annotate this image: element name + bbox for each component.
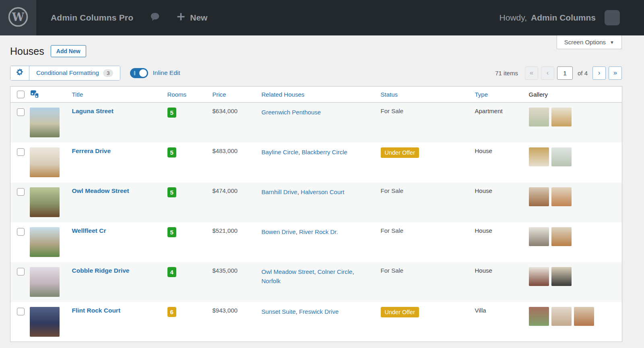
column-header-status[interactable]: Status — [381, 87, 475, 103]
gallery-thumbnail[interactable] — [551, 227, 572, 246]
related-house-link[interactable]: Halverson Court — [301, 188, 344, 195]
house-with-lawn-photo[interactable] — [30, 227, 60, 257]
conditional-formatting-button[interactable]: Conditional Formatting 3 — [29, 66, 120, 80]
related-house-link[interactable]: Freswick Drive — [299, 308, 339, 315]
column-settings-button[interactable] — [10, 66, 29, 80]
status-text: For Sale — [381, 227, 404, 234]
related-house-link[interactable]: Owl Meadow Street — [262, 268, 314, 275]
inline-edit-toggle[interactable] — [130, 68, 148, 78]
table-row: Laguna Street5$634,000Greenwich Penthous… — [10, 103, 622, 143]
new-content-button[interactable]: New — [177, 12, 207, 23]
column-header-type[interactable]: Type — [475, 87, 529, 103]
add-new-button[interactable]: Add New — [51, 45, 86, 57]
rooms-badge: 5 — [167, 108, 176, 118]
current-page-input[interactable] — [557, 66, 573, 80]
row-title-link[interactable]: Owl Meadow Street — [72, 187, 129, 194]
page-title: Houses — [10, 46, 44, 57]
related-house-link[interactable]: Norfolk — [262, 278, 281, 284]
table-row: Ferrera Drive5$483,000Bayline Circle, Bl… — [10, 143, 622, 182]
price-value: $521,000 — [213, 227, 238, 234]
row-checkbox[interactable] — [17, 188, 25, 196]
white-house-photo[interactable] — [30, 267, 60, 297]
gallery — [529, 147, 622, 166]
gallery-thumbnail[interactable] — [529, 147, 549, 166]
wordpress-menu-button[interactable]: W — [0, 0, 36, 35]
row-title-link[interactable]: Laguna Street — [72, 108, 114, 114]
gallery-thumbnail[interactable] — [529, 307, 549, 326]
column-header-rooms[interactable]: Rooms — [167, 87, 213, 103]
related-house-link[interactable]: Bowen Drive — [262, 228, 296, 235]
gallery — [529, 267, 622, 286]
row-title-link[interactable]: Ferrera Drive — [72, 147, 111, 154]
prev-page-button[interactable]: ‹ — [541, 66, 554, 80]
column-header-price[interactable]: Price — [213, 87, 262, 103]
screen-options-toggle[interactable]: Screen Options ▼ — [557, 35, 622, 49]
gallery-thumbnail[interactable] — [529, 227, 549, 246]
last-page-button[interactable]: » — [609, 66, 622, 80]
comment-bubble-icon — [149, 11, 161, 24]
column-header-related[interactable]: Related Houses — [262, 87, 381, 103]
table-row: Flint Rock Court6$943,000Sunset Suite, F… — [10, 302, 622, 342]
wp-admin-bar: W Admin Columns Pro New Howdy, A — [0, 0, 644, 35]
rooms-badge: 5 — [167, 147, 176, 157]
related-house-link[interactable]: River Rock Dr. — [299, 228, 338, 235]
row-checkbox[interactable] — [17, 148, 25, 156]
gallery-thumbnail[interactable] — [551, 267, 572, 286]
status-text: For Sale — [381, 267, 404, 274]
my-account-menu[interactable]: Howdy, Admin Columns — [500, 13, 596, 23]
empty-room-photo[interactable] — [30, 147, 60, 177]
table-row: Wellfleet Cr5$521,000Bowen Drive, River … — [10, 222, 622, 262]
price-value: $483,000 — [213, 147, 238, 154]
related-house-link[interactable]: Greenwich Penthouse — [262, 109, 321, 116]
wordpress-logo-icon: W — [8, 6, 29, 29]
price-value: $634,000 — [213, 108, 238, 114]
howdy-text: Howdy, — [500, 13, 527, 23]
avatar[interactable] — [605, 10, 620, 25]
gallery-thumbnail[interactable] — [551, 108, 572, 126]
related-house-link[interactable]: Sunset Suite — [262, 308, 296, 315]
related-house-link[interactable]: Colner Circle — [318, 268, 353, 275]
list-table-toolbar: Conditional Formatting 3 Inline Edit 71 … — [10, 66, 622, 80]
related-house-link[interactable]: Barnhill Drive — [262, 188, 297, 195]
site-name-link[interactable]: Admin Columns Pro — [51, 13, 133, 23]
comments-menu-button[interactable] — [149, 11, 161, 24]
plus-icon — [177, 12, 185, 23]
gallery — [529, 307, 622, 326]
type-value: House — [475, 267, 492, 274]
gallery-thumbnail[interactable] — [529, 108, 549, 126]
related-house-link[interactable]: Bayline Circle — [262, 149, 299, 155]
featured-image-column-header[interactable] — [30, 87, 72, 103]
next-page-button[interactable]: › — [592, 66, 606, 80]
page-header: Houses Add New — [0, 35, 644, 57]
related-house-link[interactable]: Blackberry Circle — [302, 149, 347, 155]
row-checkbox[interactable] — [17, 108, 25, 116]
house-with-trees-photo[interactable] — [30, 187, 60, 217]
featured-image-icon — [30, 93, 40, 100]
inline-edit-label[interactable]: Inline Edit — [153, 69, 180, 77]
user-name: Admin Columns — [531, 13, 596, 23]
row-checkbox[interactable] — [17, 308, 25, 315]
table-body: Laguna Street5$634,000Greenwich Penthous… — [10, 103, 622, 342]
gallery-thumbnail[interactable] — [551, 147, 572, 166]
house-at-dusk-photo[interactable] — [30, 307, 60, 337]
gallery-thumbnail[interactable] — [551, 187, 572, 206]
type-value: House — [475, 187, 492, 194]
gallery-thumbnail[interactable] — [551, 307, 572, 326]
rooms-badge: 5 — [167, 227, 176, 237]
type-value: House — [475, 147, 492, 154]
type-value: Villa — [475, 307, 486, 314]
admin-columns-button-group: Conditional Formatting 3 — [10, 66, 120, 81]
select-all-checkbox[interactable] — [17, 91, 25, 98]
gallery-thumbnail[interactable] — [574, 307, 594, 326]
row-checkbox[interactable] — [17, 268, 25, 276]
gallery — [529, 108, 622, 126]
row-title-link[interactable]: Flint Rock Court — [72, 307, 121, 314]
gallery-thumbnail[interactable] — [529, 187, 549, 206]
first-page-button[interactable]: « — [525, 66, 538, 80]
gallery-thumbnail[interactable] — [529, 267, 549, 286]
apartment-exterior-photo[interactable] — [30, 108, 60, 137]
column-header-title[interactable]: Title — [72, 87, 167, 103]
row-title-link[interactable]: Cobble Ridge Drive — [72, 267, 130, 274]
row-checkbox[interactable] — [17, 228, 25, 236]
row-title-link[interactable]: Wellfleet Cr — [72, 227, 106, 234]
